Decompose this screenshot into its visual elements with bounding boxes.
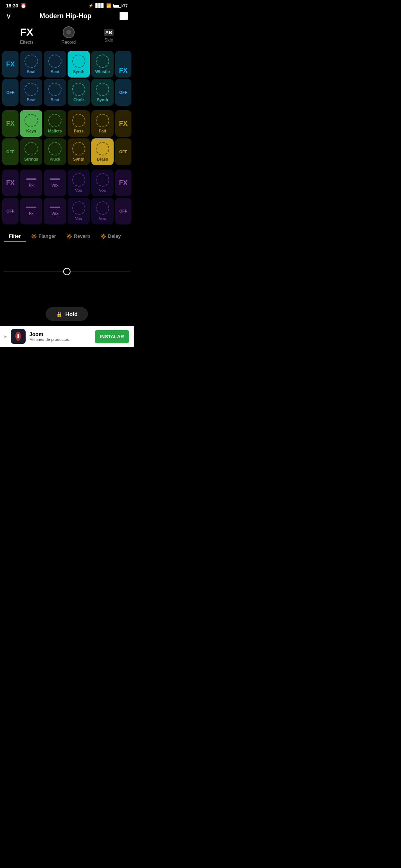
purple-fx-side-bottom[interactable]: OFF <box>2 198 19 224</box>
pad-fx-2-label: Fx <box>29 211 34 216</box>
pad-keys-label: Keys <box>26 129 36 133</box>
pad-synth-label: Synth <box>73 69 85 74</box>
blue-fx-side-right-top[interactable]: FX <box>115 51 131 78</box>
green-section: FX Keys Mallets Bass Pad FX OFF Strings <box>0 109 134 168</box>
ad-subtitle: Millones de productos <box>29 337 91 342</box>
pad-beat-3-label: Beat <box>27 98 36 102</box>
back-chevron[interactable]: ∨ <box>6 11 12 20</box>
purple-fx-side-top[interactable]: FX <box>2 170 19 196</box>
pad-choir[interactable]: Choir <box>68 79 90 106</box>
effects-label: Effects <box>20 40 33 45</box>
song-title: Modern Hip-Hop <box>40 12 92 20</box>
pad-pluck-label: Pluck <box>49 157 60 161</box>
pad-beat-2[interactable]: Beat <box>44 51 66 78</box>
pad-beat-1[interactable]: Beat <box>20 51 42 78</box>
blue-fx-label-r: FX <box>119 67 127 75</box>
pad-synth-active[interactable]: Synth <box>68 51 90 78</box>
green-fx-side-right-bottom[interactable]: OFF <box>115 138 131 165</box>
purple-row-1: FX Fx Vox Vox Vox FX <box>2 170 131 196</box>
green-row-2: OFF Strings Pluck Synth Brass OFF <box>2 138 131 165</box>
pad-beat-4-label: Beat <box>50 98 59 102</box>
pad-bass[interactable]: Bass <box>68 110 90 137</box>
pad-choir-label: Choir <box>74 98 84 102</box>
tab-flanger[interactable]: 🔆 Flanger <box>26 230 61 242</box>
purple-section: FX Fx Vox Vox Vox FX OFF Fx <box>0 168 134 227</box>
battery-icon <box>113 4 121 8</box>
pad-vox-6-label: Vox <box>99 216 106 221</box>
status-bar: 18:30 ⏰ ⚡ ▋▋▋ 📶 77 <box>0 0 134 10</box>
green-fx-side-right-top[interactable]: FX <box>115 110 131 137</box>
pad-vox-2[interactable]: Vox <box>68 170 90 196</box>
green-fx-side-bottom[interactable]: OFF <box>2 138 19 165</box>
blue-fx-side-top[interactable]: FX <box>2 51 19 78</box>
purple-fx-side-right-bottom[interactable]: OFF <box>115 198 131 224</box>
blue-off-label: OFF <box>6 90 14 95</box>
ab-icon: AB <box>104 29 114 36</box>
hold-area: 🔒 Hold <box>0 301 134 325</box>
ad-small-label: ▶ <box>4 335 7 338</box>
record-control[interactable]: Record <box>61 26 76 45</box>
green-fx-side-top[interactable]: FX <box>2 110 19 137</box>
green-off-label: OFF <box>6 149 14 154</box>
pad-vox-6[interactable]: Vox <box>91 198 114 224</box>
top-controls: FX Effects Record AB Side <box>0 25 134 49</box>
filter-handle[interactable] <box>63 268 71 275</box>
blue-section: FX Beat Beat Synth Whistle FX OFF Beat <box>0 49 134 109</box>
tab-filter[interactable]: Filter <box>4 230 26 242</box>
hold-button[interactable]: 🔒 Hold <box>46 307 88 321</box>
pad-keys-active[interactable]: Keys <box>20 110 42 137</box>
fx-main-label: FX <box>20 26 33 38</box>
pad-pluck[interactable]: Pluck <box>44 138 66 165</box>
filter-tabs: Filter 🔆 Flanger 🔆 Reverb 🔆 Delay <box>0 227 134 242</box>
tab-reverb[interactable]: 🔆 Reverb <box>61 230 95 242</box>
pad-pad-label: Pad <box>99 129 106 133</box>
pad-strings[interactable]: Strings <box>20 138 42 165</box>
pad-beat-4[interactable]: Beat <box>44 79 66 106</box>
pad-synth-2[interactable]: Synth <box>91 79 114 106</box>
pad-synth-3[interactable]: Synth <box>68 138 90 165</box>
pad-vox-1-label: Vox <box>51 183 58 187</box>
purple-fx-label: FX <box>6 179 14 187</box>
pad-fx-1[interactable]: Fx <box>20 170 42 196</box>
ad-install-button[interactable]: INSTALAR <box>95 330 129 343</box>
pad-brass-active[interactable]: Brass <box>91 138 114 165</box>
time: 18:30 <box>6 3 18 9</box>
pad-strings-label: Strings <box>24 157 38 161</box>
green-fx-r: FX <box>119 120 127 128</box>
purple-off-r: OFF <box>119 209 127 213</box>
fx-effects-control[interactable]: FX Effects <box>20 26 33 45</box>
pad-vox-4[interactable]: Vox <box>44 198 66 224</box>
blue-fx-side-bottom[interactable]: OFF <box>2 79 19 106</box>
flanger-label: Flanger <box>39 233 56 239</box>
ab-side-control[interactable]: AB Side <box>104 29 114 43</box>
pad-mallets[interactable]: Mallets <box>44 110 66 137</box>
pad-bass-label: Bass <box>74 129 84 133</box>
alarm-icon: ⏰ <box>20 3 26 9</box>
record-icon <box>63 26 75 38</box>
pad-beat-3[interactable]: Beat <box>20 79 42 106</box>
purple-row-2: OFF Fx Vox Vox Vox OFF <box>2 198 131 224</box>
delay-label: Delay <box>108 233 121 239</box>
header: ∨ Modern Hip-Hop <box>0 10 134 25</box>
tab-delay[interactable]: 🔆 Delay <box>95 230 126 242</box>
blue-fx-side-right-bottom[interactable]: OFF <box>115 79 131 106</box>
purple-fx-side-right-top[interactable]: FX <box>115 170 131 196</box>
pad-vox-2-label: Vox <box>75 188 82 193</box>
pad-vox-5[interactable]: Vox <box>68 198 90 224</box>
pad-vox-3-label: Vox <box>99 188 106 193</box>
record-label: Record <box>61 40 76 45</box>
ad-text-block: Joom Millones de productos <box>29 331 91 342</box>
bluetooth-icon: ⚡ <box>88 3 94 8</box>
ad-banner: ▶ Joom Millones de productos INSTALAR <box>0 326 134 347</box>
pad-brass-label: Brass <box>97 157 108 161</box>
pad-pad[interactable]: Pad <box>91 110 114 137</box>
pad-fx-2[interactable]: Fx <box>20 198 42 224</box>
filter-visualizer[interactable] <box>4 242 130 301</box>
stop-button[interactable] <box>120 12 128 20</box>
pad-vox-1[interactable]: Vox <box>44 170 66 196</box>
green-fx-label: FX <box>6 120 14 128</box>
pad-whistle[interactable]: Whistle <box>91 51 114 78</box>
pad-synth-3-label: Synth <box>73 157 85 161</box>
pad-vox-5-label: Vox <box>75 216 82 221</box>
pad-vox-3[interactable]: Vox <box>91 170 114 196</box>
